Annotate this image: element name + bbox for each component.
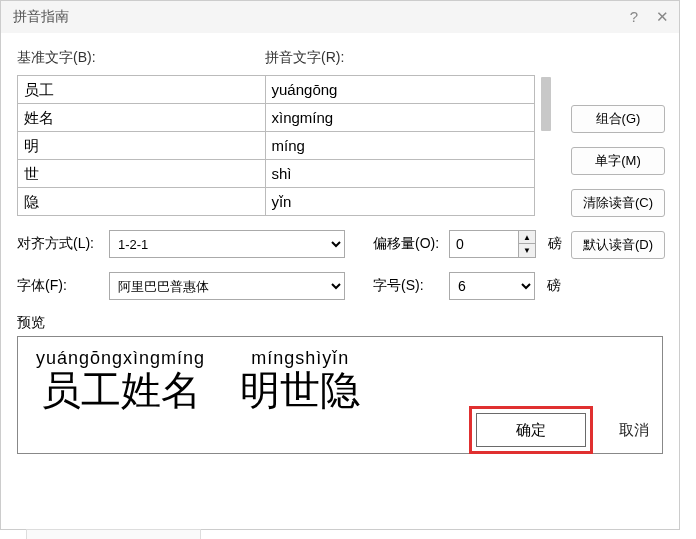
table-row: 隐 yǐn	[18, 188, 535, 216]
table-row: 姓名 xìngmíng	[18, 104, 535, 132]
table-row: 员工 yuángōng	[18, 76, 535, 104]
base-cell[interactable]: 世	[18, 160, 266, 188]
font-select[interactable]: 阿里巴巴普惠体	[109, 272, 345, 300]
offset-step-up[interactable]: ▲	[519, 231, 535, 244]
ruby-cell[interactable]: yǐn	[266, 188, 535, 216]
dialog-title: 拼音指南	[13, 8, 69, 26]
preview-group-2: míngshìyǐn 明世隐	[240, 347, 360, 413]
table-row: 明 míng	[18, 132, 535, 160]
alignment-select[interactable]: 1-2-1	[109, 230, 345, 258]
cancel-button[interactable]: 取消	[619, 421, 649, 440]
ruby-cell[interactable]: shì	[266, 160, 535, 188]
help-icon[interactable]: ?	[630, 8, 638, 26]
group-button[interactable]: 组合(G)	[571, 105, 665, 133]
offset-step-down[interactable]: ▼	[519, 244, 535, 257]
ruby-text-label: 拼音文字(R):	[265, 49, 344, 67]
base-cell[interactable]: 员工	[18, 76, 266, 104]
ruby-cell[interactable]: yuángōng	[266, 76, 535, 104]
phonetic-guide-dialog: 拼音指南 ? ✕ 基准文字(B): 拼音文字(R): 员工 yuángōng 姓…	[0, 0, 680, 530]
ruby-cell[interactable]: míng	[266, 132, 535, 160]
titlebar: 拼音指南 ? ✕	[1, 1, 679, 33]
background-strip	[26, 529, 201, 539]
offset-input[interactable]	[449, 230, 519, 258]
size-label: 字号(S):	[373, 277, 441, 295]
ok-button[interactable]: 确定	[476, 413, 586, 447]
text-grid: 员工 yuángōng 姓名 xìngmíng 明 míng 世 shì 隐	[17, 75, 535, 216]
table-row: 世 shì	[18, 160, 535, 188]
offset-unit: 磅	[548, 235, 562, 253]
scrollbar-thumb[interactable]	[541, 77, 551, 131]
size-select[interactable]: 6	[449, 272, 535, 300]
close-icon[interactable]: ✕	[656, 8, 669, 26]
preview-group-1: yuángōngxìngmíng 员工姓名	[36, 348, 205, 413]
base-cell[interactable]: 明	[18, 132, 266, 160]
preview-label: 预览	[17, 314, 663, 332]
base-text-label: 基准文字(B):	[17, 49, 265, 67]
clear-reading-button[interactable]: 清除读音(C)	[571, 189, 665, 217]
alignment-label: 对齐方式(L):	[17, 235, 101, 253]
base-cell[interactable]: 姓名	[18, 104, 266, 132]
size-unit: 磅	[547, 277, 561, 295]
ruby-cell[interactable]: xìngmíng	[266, 104, 535, 132]
font-label: 字体(F):	[17, 277, 101, 295]
base-cell[interactable]: 隐	[18, 188, 266, 216]
offset-label: 偏移量(O):	[373, 235, 441, 253]
ok-highlight-box: 确定	[469, 406, 593, 454]
mono-button[interactable]: 单字(M)	[571, 147, 665, 175]
default-reading-button[interactable]: 默认读音(D)	[571, 231, 665, 259]
